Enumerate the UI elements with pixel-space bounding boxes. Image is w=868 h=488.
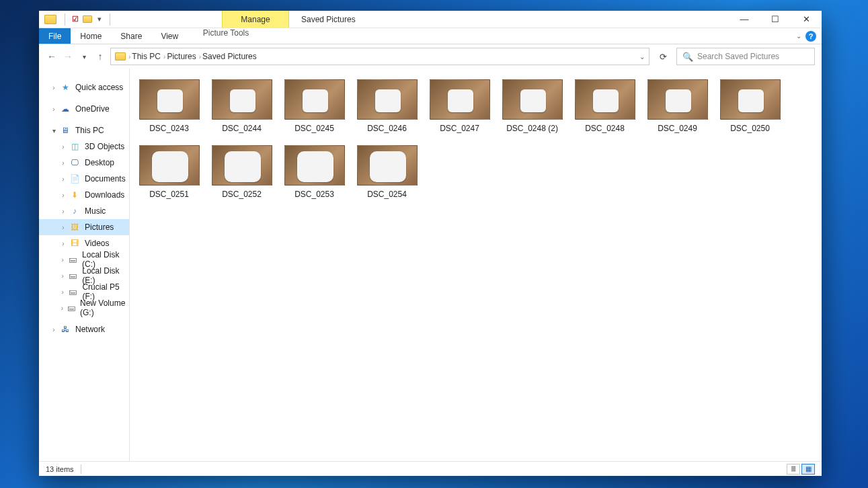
videos-icon: 🎞 xyxy=(69,239,81,248)
ribbon-expand-icon[interactable]: ⌄ xyxy=(796,32,801,40)
file-item[interactable]: DSC_0246 xyxy=(357,79,418,133)
close-button[interactable]: ✕ xyxy=(791,11,822,28)
forward-button[interactable]: → xyxy=(62,50,74,63)
tree-item-onedrive[interactable]: ☁OneDrive xyxy=(39,101,129,117)
navigation-bar: ← → ▾ ↑ › This PC › Pictures › Saved Pic… xyxy=(39,44,822,69)
contextual-tab-manage[interactable]: Manage xyxy=(222,11,289,28)
back-button[interactable]: ← xyxy=(46,50,58,63)
drive-icon: 🖴 xyxy=(67,271,78,280)
tree-label: Desktop xyxy=(85,158,114,167)
documents-icon: 📄 xyxy=(69,174,81,184)
refresh-button[interactable]: ⟳ xyxy=(654,48,672,65)
breadcrumb-segment[interactable]: This PC › xyxy=(132,52,165,61)
ribbon-tabs: File Home Share View Picture Tools ⌄ ? xyxy=(39,28,822,44)
tree-item-videos[interactable]: 🎞Videos xyxy=(39,235,129,251)
tree-item-downloads[interactable]: ⬇Downloads xyxy=(39,187,129,203)
search-input[interactable]: 🔍 Search Saved Pictures xyxy=(676,48,815,65)
file-name: DSC_0243 xyxy=(149,124,189,133)
thumbnail-image xyxy=(720,79,781,120)
quick-access-toolbar: ☑ ▾ xyxy=(39,11,114,28)
thumbnail-image xyxy=(430,79,490,120)
thumbnail-image xyxy=(139,145,200,186)
file-item[interactable]: DSC_0251 xyxy=(139,145,200,199)
tree-item-this-pc[interactable]: 🖥This PC xyxy=(39,122,129,138)
folder-icon xyxy=(44,15,56,24)
up-button[interactable]: ↑ xyxy=(94,50,106,63)
tree-item-3d-objects[interactable]: ◫3D Objects xyxy=(39,138,129,155)
pictures-icon: 🖼 xyxy=(69,222,81,232)
tree-item-local-disk-c[interactable]: 🖴Local Disk (C:) xyxy=(39,251,129,268)
tree-label: Quick access xyxy=(75,83,123,92)
tab-file[interactable]: File xyxy=(39,28,71,44)
recent-locations-dropdown[interactable]: ▾ xyxy=(78,50,90,63)
drive-icon: 🖴 xyxy=(67,287,78,296)
file-item[interactable]: DSC_0243 xyxy=(139,79,200,133)
tree-label: OneDrive xyxy=(75,104,110,114)
breadcrumb-label: Saved Pictures xyxy=(202,52,257,61)
chevron-right-icon[interactable]: › xyxy=(128,53,130,60)
tree-item-quick-access[interactable]: ★Quick access xyxy=(39,79,129,95)
file-name: DSC_0247 xyxy=(440,124,479,133)
separator xyxy=(110,13,110,26)
file-explorer-window: ☑ ▾ Manage Saved Pictures ― ☐ ✕ File Hom… xyxy=(39,11,822,476)
window-controls: ― ☐ ✕ xyxy=(729,11,822,28)
file-item[interactable]: DSC_0254 xyxy=(357,145,418,199)
file-item[interactable]: DSC_0250 xyxy=(720,79,781,133)
file-name: DSC_0248 xyxy=(585,124,625,133)
details-view-button[interactable]: ≣ xyxy=(787,464,800,475)
file-name: DSC_0254 xyxy=(367,190,407,199)
folder-icon xyxy=(115,52,126,60)
items-view[interactable]: DSC_0243DSC_0244DSC_0245DSC_0246DSC_0247… xyxy=(130,69,822,461)
music-icon: ♪ xyxy=(69,206,81,216)
tree-item-music[interactable]: ♪Music xyxy=(39,203,129,219)
tree-item-pictures[interactable]: 🖼Pictures xyxy=(39,219,129,235)
separator xyxy=(81,464,81,474)
file-item[interactable]: DSC_0247 xyxy=(430,79,490,133)
breadcrumb-segment[interactable]: Saved Pictures xyxy=(202,52,257,61)
file-item[interactable]: DSC_0248 xyxy=(575,79,635,133)
file-name: DSC_0248 (2) xyxy=(506,124,558,133)
qat-dropdown-icon[interactable]: ▾ xyxy=(93,13,106,26)
file-name: DSC_0251 xyxy=(149,190,189,199)
chevron-right-icon[interactable]: › xyxy=(163,53,165,60)
tree-item-new-volume-g[interactable]: 🖴New Volume (G:) xyxy=(39,300,129,316)
breadcrumb-segment[interactable]: Pictures › xyxy=(167,52,201,61)
thumbnail-image xyxy=(212,145,272,186)
large-icons-view-button[interactable]: ▦ xyxy=(801,464,815,475)
desktop-icon: 🖵 xyxy=(69,158,81,167)
file-item[interactable]: DSC_0244 xyxy=(212,79,272,133)
breadcrumb-label: Pictures xyxy=(167,52,196,61)
tree-item-network[interactable]: 🖧Network xyxy=(39,321,129,337)
thumbnail-image xyxy=(357,79,418,120)
tree-item-crucial-p5[interactable]: 🖴Crucial P5 (F:) xyxy=(39,284,129,300)
tree-item-documents[interactable]: 📄Documents xyxy=(39,171,129,187)
file-item[interactable]: DSC_0249 xyxy=(647,79,708,133)
file-name: DSC_0250 xyxy=(730,124,770,133)
file-item[interactable]: DSC_0248 (2) xyxy=(502,79,563,133)
tab-view[interactable]: View xyxy=(151,28,188,44)
tree-label: Documents xyxy=(85,174,126,184)
address-history-dropdown[interactable]: ⌄ xyxy=(639,53,645,60)
properties-icon[interactable]: ☑ xyxy=(69,13,81,26)
tree-item-local-disk-e[interactable]: 🖴Local Disk (E:) xyxy=(39,268,129,284)
chevron-right-icon[interactable]: › xyxy=(199,53,201,60)
breadcrumb-label: This PC xyxy=(132,52,161,61)
tab-home[interactable]: Home xyxy=(71,28,111,44)
minimize-button[interactable]: ― xyxy=(729,11,760,28)
file-item[interactable]: DSC_0252 xyxy=(212,145,272,199)
tab-share[interactable]: Share xyxy=(111,28,151,44)
tree-item-desktop[interactable]: 🖵Desktop xyxy=(39,155,129,171)
thumbnail-image xyxy=(357,145,418,186)
downloads-icon: ⬇ xyxy=(69,190,81,200)
tree-label: 3D Objects xyxy=(85,142,124,151)
item-count: 13 items xyxy=(46,465,74,473)
maximize-button[interactable]: ☐ xyxy=(760,11,791,28)
file-item[interactable]: DSC_0245 xyxy=(284,79,345,133)
new-folder-icon[interactable] xyxy=(81,13,93,26)
thumbnail-image xyxy=(212,79,272,120)
address-bar[interactable]: › This PC › Pictures › Saved Pictures ⌄ xyxy=(110,48,649,65)
help-icon[interactable]: ? xyxy=(805,31,816,42)
file-item[interactable]: DSC_0253 xyxy=(284,145,345,199)
tab-picture-tools[interactable]: Picture Tools xyxy=(192,28,260,38)
title-bar: ☑ ▾ Manage Saved Pictures ― ☐ ✕ xyxy=(39,11,822,28)
